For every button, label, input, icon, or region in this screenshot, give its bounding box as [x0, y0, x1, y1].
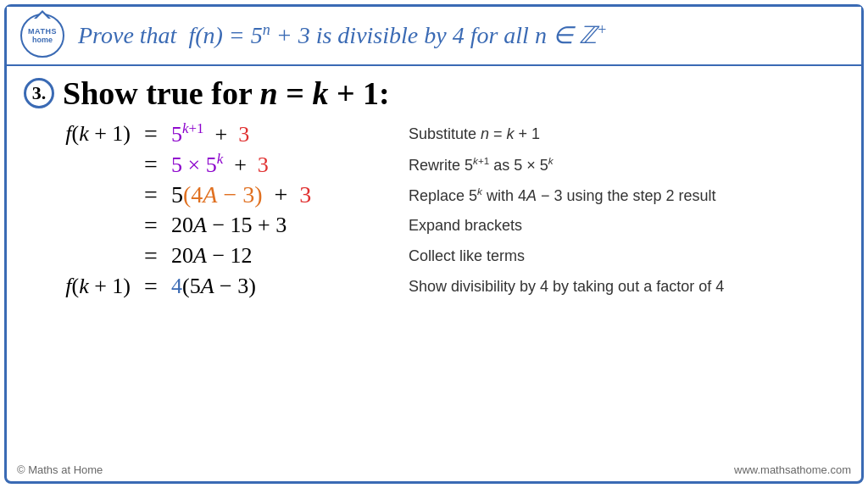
rhs-6: 4(5A − 3): [168, 271, 405, 302]
rhs-4: 20A − 15 + 3: [168, 210, 405, 241]
eq-5: =: [134, 241, 168, 271]
content-area: 3. Show true for n = k + 1: f(k + 1) = 5…: [7, 66, 861, 307]
step-number: 3.: [32, 82, 47, 104]
note-5: Collect like terms: [405, 241, 844, 271]
note-3: Replace 5k with 4A − 3 using the step 2 …: [405, 180, 844, 210]
header-fn: f: [188, 23, 195, 49]
eq-6: =: [134, 271, 168, 302]
lhs-4: [24, 210, 134, 241]
eq-2: =: [134, 149, 168, 180]
rhs-2: 5 × 5k + 3: [168, 149, 405, 180]
step-title: Show true for n = k + 1:: [63, 75, 390, 112]
lhs-5: [24, 241, 134, 271]
table-row: = 5 × 5k + 3 Rewrite 5k+1 as 5 × 5k: [24, 149, 844, 180]
header-n2: n: [535, 23, 547, 49]
lhs-3: [24, 180, 134, 210]
table-row: = 5(4A − 3) + 3 Replace 5k with 4A − 3 u…: [24, 180, 844, 210]
math-table: f(k + 1) = 5k+1 + 3 Substitute n = k + 1…: [24, 119, 844, 302]
rhs-2-red: 3: [258, 152, 269, 177]
footer: © Maths at Home www.mathsathome.com: [17, 463, 851, 476]
eq-1: =: [134, 119, 168, 149]
lhs-2: [24, 149, 134, 180]
rhs-3-red: 3: [299, 181, 311, 208]
table-row: f(k + 1) = 4(5A − 3) Show divisibility b…: [24, 271, 844, 302]
logo-top-text: MATHS: [28, 27, 57, 36]
rhs-3: 5(4A − 3) + 3: [168, 180, 405, 210]
rhs-2-purple: 5 × 5k: [171, 152, 223, 177]
lhs-1: f(k + 1): [24, 119, 134, 149]
table-row: f(k + 1) = 5k+1 + 3 Substitute n = k + 1: [24, 119, 844, 149]
rhs-6-blue: 4: [171, 274, 182, 298]
rhs-1: 5k+1 + 3: [168, 119, 405, 149]
header-title: Prove that f(n) = 5n + 3 is divisible by…: [78, 21, 607, 49]
logo: MATHS home: [20, 14, 64, 58]
rhs-1-red: 3: [238, 122, 249, 147]
header: MATHS home Prove that f(n) = 5n + 3 is d…: [7, 7, 861, 66]
eq-4: =: [134, 210, 168, 241]
step-header: 3. Show true for n = k + 1:: [24, 75, 844, 112]
main-container: MATHS home Prove that f(n) = 5n + 3 is d…: [4, 4, 864, 484]
header-exponent-n: n: [263, 21, 270, 38]
table-row: = 20A − 12 Collect like terms: [24, 241, 844, 271]
header-n: n: [203, 23, 214, 49]
note-6: Show divisibility by 4 by taking out a f…: [405, 271, 844, 302]
step-n: n: [260, 75, 278, 111]
step-k: k: [312, 75, 328, 111]
footer-left: © Maths at Home: [17, 463, 103, 476]
note-4: Expand brackets: [405, 210, 844, 241]
eq-3: =: [134, 180, 168, 210]
table-row: = 20A − 15 + 3 Expand brackets: [24, 210, 844, 241]
rhs-1-purple: 5k+1: [171, 122, 203, 147]
note-2: Rewrite 5k+1 as 5 × 5k: [405, 149, 844, 180]
note-1: Substitute n = k + 1: [405, 119, 844, 149]
rhs-3-orange: (4A − 3): [183, 181, 263, 208]
logo-bottom-text: home: [32, 36, 53, 44]
rhs-5: 20A − 12: [168, 241, 405, 271]
lhs-6: f(k + 1): [24, 271, 134, 302]
step-circle: 3.: [24, 78, 54, 108]
header-sup-plus: +: [597, 21, 607, 38]
footer-right: www.mathsathome.com: [734, 463, 851, 476]
header-title-prefix: Prove that: [78, 23, 182, 49]
logo-hat-inner-icon: [36, 13, 48, 19]
